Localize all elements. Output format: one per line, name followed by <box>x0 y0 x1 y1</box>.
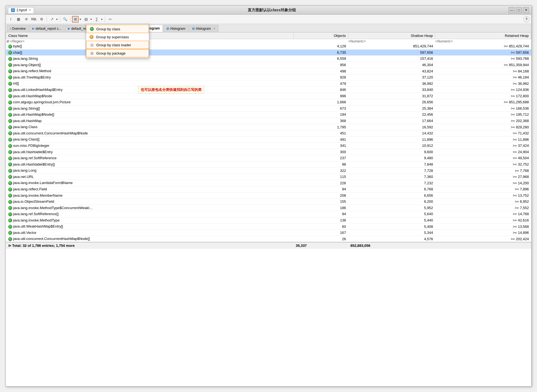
class-icon <box>8 131 12 135</box>
search-button[interactable]: 🔍 <box>62 16 68 23</box>
cell-shallow-heap: 26,656 <box>348 99 435 106</box>
histogram-button[interactable]: ▦ <box>15 16 22 23</box>
dominator-button[interactable]: ⊞ <box>23 16 30 23</box>
cell-shallow-heap: 10,912 <box>348 143 435 149</box>
table-row[interactable]: java.lang.invoke.MethodType$ConcurrentWe… <box>6 205 531 211</box>
group-by-package-icon: ⊞ <box>90 51 94 55</box>
table-row[interactable]: java.util.TreeMap$Entry92837,120>= 46,18… <box>6 74 531 80</box>
nav-back-button[interactable]: ⇦ <box>107 16 113 23</box>
tab-default-report-1[interactable]: ▶ default_report c... <box>29 25 64 32</box>
layout-dropdown-arrow[interactable]: ▾ <box>90 16 92 23</box>
cell-retained-heap: >= 124,936 <box>435 86 531 93</box>
table-row[interactable]: java.lang.reflect.Method49843,824>= 84,1… <box>6 68 531 74</box>
table-row[interactable]: java.lang.String6,559157,416>= 593,768 <box>6 56 531 62</box>
col-class-name[interactable]: Class Name <box>6 33 294 39</box>
window-controls: — □ ✕ <box>509 7 529 13</box>
table-row[interactable]: java.lang.Class1,79516,592>= 829,280 <box>6 124 531 130</box>
cell-retained-heap: >= 851,359,944 <box>435 62 531 68</box>
group-by-class-item[interactable]: Group by class <box>86 25 149 33</box>
cell-class-name: java.lang.ref.SoftReference[] <box>6 211 294 217</box>
settings-button[interactable]: ⚙ <box>38 16 45 23</box>
table-row[interactable]: java.lang.Class[]49111,896>= 11,896 <box>6 136 531 143</box>
tab-overview[interactable]: i Overview <box>7 25 29 32</box>
cell-objects: 94 <box>293 186 348 192</box>
cell-retained-heap: >= 851,429,744 <box>435 43 531 49</box>
cell-class-name: int[] <box>6 80 294 87</box>
export-dropdown-arrow[interactable]: ▾ <box>55 16 58 23</box>
tab-h3-close[interactable]: ✕ <box>213 27 215 30</box>
table-row[interactable]: java.lang.Long3227,728>= 7,768 <box>6 167 531 174</box>
col-retained-heap[interactable]: Retained Heap <box>435 33 531 39</box>
cell-retained-heap: >= 32,752 <box>435 161 531 167</box>
title-tab[interactable]: h 2.hprof ✕ <box>8 7 34 13</box>
oql-button[interactable]: SQL <box>31 16 37 23</box>
group-by-superclass-item[interactable]: Group by superclass <box>86 33 149 41</box>
class-icon <box>8 200 12 204</box>
close-button[interactable]: ✕ <box>523 7 529 13</box>
calc-button[interactable]: ∑ <box>93 16 100 23</box>
minimize-button[interactable]: — <box>509 7 515 13</box>
table-row[interactable]: java.util.concurrent.ConcurrentHashMap$N… <box>6 236 531 242</box>
table-row[interactable]: java.util.WeakHashMap$Entry[]605,408>= 1… <box>6 223 531 230</box>
table-row[interactable]: java.lang.reflect.Field946,768>= 7,896 <box>6 186 531 192</box>
group-by-class-label: Group by class <box>96 27 120 31</box>
maximize-button[interactable]: □ <box>516 7 522 13</box>
class-icon <box>8 194 12 198</box>
class-icon <box>8 150 12 154</box>
cell-objects: 928 <box>293 74 348 80</box>
table-row[interactable]: java.util.HashMap36817,664>= 202,368 <box>6 118 531 124</box>
table-row[interactable]: java.lang.ref.SoftReference[]945,640>= 1… <box>6 211 531 217</box>
table-row[interactable]: java.util.Hashtable$Entry3009,600>= 24,9… <box>6 149 531 155</box>
table-row[interactable]: java.util.Vector1675,344>= 14,896 <box>6 229 531 236</box>
cell-retained-heap: >= 593,768 <box>435 56 531 62</box>
tab-histogram-3[interactable]: ▦ Histogram ✕ <box>189 25 218 32</box>
table-row[interactable]: java.lang.String[]67325,384>= 166,536 <box>6 105 531 112</box>
cell-class-name: java.util.LinkedHashMap$Entry <box>6 86 294 93</box>
cell-shallow-heap: 22,456 <box>348 112 435 118</box>
table-row[interactable]: java.lang.invoke.MethodType1365,440>= 42… <box>6 217 531 223</box>
table-row[interactable]: int[]47936,992>= 36,992 <box>6 80 531 87</box>
class-icon <box>8 119 12 123</box>
cell-retained-heap: >= 829,280 <box>435 124 531 130</box>
col-shallow-heap[interactable]: Shallow Heap <box>348 33 435 39</box>
export-button[interactable]: ↗ <box>49 16 55 23</box>
footer-objects: 35,337 <box>293 242 348 249</box>
cell-retained-heap: >= 27,968 <box>435 174 531 180</box>
table-row[interactable]: sun.misc.FDBigInteger34110,912>= 37,424 <box>6 143 531 149</box>
group-dropdown-arrow[interactable]: ▾ <box>79 16 82 23</box>
table-row[interactable]: byte[]4,129851,429,744>= 851,429,744 <box>6 43 531 49</box>
layout-button[interactable]: ▤ <box>83 16 89 23</box>
cell-objects: 186 <box>293 205 348 211</box>
cell-objects: 194 <box>293 112 348 118</box>
hprof-file-icon: h <box>11 8 15 12</box>
class-icon <box>8 175 12 179</box>
class-icon <box>8 212 12 216</box>
title-tab-close[interactable]: ✕ <box>28 8 31 12</box>
table-row[interactable]: char[]6,735597,656>= 597,656 <box>6 49 531 56</box>
table-row[interactable]: java.util.concurrent.ConcurrentHashMap$N… <box>6 130 531 136</box>
table-row[interactable]: java.io.ObjectStreamField1556,200>= 8,95… <box>6 199 531 205</box>
tab-histogram-2[interactable]: ▦ Histogram <box>163 25 188 32</box>
cell-shallow-heap: 11,896 <box>348 136 435 143</box>
table-row[interactable]: java.util.LinkedHashMap$Entry84633,840>=… <box>6 86 531 93</box>
class-icon <box>8 163 12 166</box>
cell-objects: 300 <box>293 149 348 155</box>
col-objects[interactable]: Objects <box>293 33 348 39</box>
table-row[interactable]: java.util.Hashtable$Entry[]987,848>= 32,… <box>6 161 531 167</box>
group-button[interactable]: ⊞ <box>72 16 79 23</box>
filter-class-name[interactable]: ⊕ <Regex> <box>6 39 294 44</box>
table-row[interactable]: java.lang.invoke.LambdaForm$Name2267,232… <box>6 180 531 186</box>
table-row[interactable]: java.util.HashMap$Node99631,872>= 172,80… <box>6 93 531 99</box>
table-row[interactable]: java.net.URL1157,360>= 27,968 <box>6 174 531 180</box>
cell-objects: 237 <box>293 155 348 161</box>
group-by-classloader-item[interactable]: ⊟ Group by class loader <box>86 41 149 49</box>
group-by-package-item[interactable]: ⊞ Group by package <box>86 49 149 57</box>
table-row[interactable]: com.atguigu.springcloud.jvm.Picture1,666… <box>6 99 531 106</box>
table-row[interactable]: java.lang.ref.SoftReference2379,480>= 49… <box>6 155 531 161</box>
table-row[interactable]: java.util.HashMap$Node[]19422,456>= 195,… <box>6 112 531 118</box>
info-button[interactable]: i <box>7 16 14 23</box>
table-row[interactable]: java.lang.invoke.MemberName2086,656>= 13… <box>6 192 531 199</box>
table-row[interactable]: java.lang.Object[]95646,304>= 851,359,94… <box>6 62 531 68</box>
help-button[interactable]: ? <box>523 16 530 22</box>
calc-dropdown-arrow[interactable]: ▾ <box>100 16 103 23</box>
